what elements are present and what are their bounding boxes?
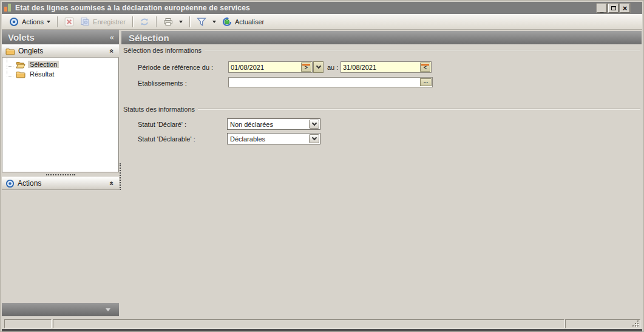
date-to-field[interactable]: < — [341, 61, 432, 73]
tree-connector — [7, 58, 13, 67]
onglets-group-header[interactable]: Onglets « — [2, 44, 119, 58]
actualiser-button[interactable]: Actualiser — [219, 16, 267, 28]
save-icon — [80, 17, 90, 27]
sidebar-filler — [2, 190, 119, 303]
refresh-icon — [140, 17, 149, 27]
splitter-dots — [46, 174, 75, 175]
filter-options-button[interactable] — [209, 19, 219, 24]
date-from-dropdown-button[interactable] — [313, 61, 324, 73]
date-from-input[interactable] — [229, 64, 301, 71]
group-statuts-label: Statuts des informations — [123, 106, 198, 113]
sidebar-title: Volets — [8, 32, 35, 42]
collapse-group-icon[interactable]: « — [108, 49, 117, 53]
application-window: Etat des lignes soumises à la déclaratio… — [0, 0, 644, 332]
combo-arrow-button[interactable] — [309, 134, 319, 143]
title-bar: Etat des lignes soumises à la déclaratio… — [2, 2, 642, 14]
status-panel-center — [53, 319, 564, 328]
main-panel: Sélection Sélection des informations Pér… — [121, 30, 642, 316]
actualiser-label: Actualiser — [235, 18, 264, 25]
date-to-input[interactable] — [341, 64, 420, 71]
etablissements-label: Etablissements : — [138, 80, 187, 87]
resize-grip[interactable] — [632, 320, 639, 327]
folder-icon — [5, 47, 15, 55]
folder-icon — [16, 70, 25, 78]
window-title: Etat des lignes soumises à la déclaratio… — [15, 4, 250, 12]
group-selection-label: Sélection des informations — [123, 47, 205, 54]
statut-declarable-select[interactable]: Déclarables — [227, 133, 320, 144]
date-from-next-button[interactable]: > — [301, 63, 311, 72]
chevron-down-icon — [179, 21, 183, 23]
close-icon: × — [623, 4, 628, 12]
bottom-edge — [2, 329, 642, 331]
chevron-down-icon — [106, 308, 110, 311]
maximize-icon — [611, 6, 616, 10]
main-panel-header: Sélection — [121, 31, 642, 44]
date-from-field[interactable]: > — [228, 61, 313, 73]
panel-splitter[interactable] — [120, 163, 121, 190]
statut-declarable-label: Statut 'Déclarable' : — [138, 135, 195, 143]
window-controls: _ × — [597, 4, 630, 13]
group-statuts-caption: Statuts des informations — [123, 105, 640, 113]
status-bar — [2, 319, 642, 329]
actions-group-header[interactable]: Actions « — [2, 177, 119, 190]
printer-icon — [163, 17, 173, 27]
group-line — [198, 109, 640, 110]
orange-bar — [302, 64, 310, 66]
etablissements-browse-button[interactable]: ... — [420, 78, 432, 86]
orange-bar — [421, 64, 429, 66]
combo-arrow-button[interactable] — [309, 120, 319, 129]
status-panel-left — [4, 319, 52, 328]
status-panel-right — [565, 319, 640, 328]
filter-icon — [197, 17, 206, 27]
statut-declare-value: Non déclarées — [228, 121, 309, 128]
sidebar-volets: Volets « Onglets « Sélection Résultat — [2, 30, 119, 316]
close-button[interactable]: × — [620, 4, 630, 13]
folder-open-icon — [16, 61, 25, 69]
toolbar-separator — [156, 16, 157, 27]
chevron-down-icon — [47, 21, 50, 23]
actions-menu-button[interactable]: Actions — [6, 16, 53, 28]
collapse-sidebar-button[interactable]: « — [110, 33, 114, 42]
toolbar: Actions Enregistrer Actualiser — [2, 14, 642, 30]
maximize-button[interactable] — [608, 4, 619, 13]
filter-button[interactable] — [194, 16, 209, 28]
print-button[interactable] — [160, 16, 176, 28]
tree-item-selection[interactable]: Sélection — [2, 59, 118, 69]
app-icon — [4, 4, 12, 12]
chevron-down-icon — [316, 64, 320, 69]
chevron-down-icon — [212, 21, 216, 23]
etablissements-input[interactable] — [229, 79, 432, 86]
toolbar-separator — [132, 16, 133, 27]
sidebar-horizontal-splitter[interactable] — [2, 172, 119, 177]
toolbar-separator — [189, 16, 190, 27]
tree-item-label: Résultat — [28, 70, 56, 78]
bullseye-icon — [9, 17, 19, 27]
delete-icon — [64, 17, 74, 27]
chevron-down-icon — [311, 121, 316, 126]
tree-item-resultat[interactable]: Résultat — [2, 69, 118, 79]
etablissements-field[interactable]: ... — [228, 77, 433, 87]
onglets-group-label: Onglets — [18, 47, 43, 55]
sidebar-header: Volets « — [2, 30, 119, 44]
print-options-button[interactable] — [176, 19, 186, 24]
refresh-button — [137, 16, 152, 28]
sidebar-bottom-bar[interactable] — [2, 303, 119, 316]
au-label: au : — [327, 64, 338, 71]
actualiser-icon — [222, 17, 232, 27]
save-button-label: Enregistrer — [93, 18, 126, 25]
collapse-group-icon[interactable]: « — [108, 181, 117, 186]
date-to-prev-button[interactable]: < — [420, 63, 430, 72]
main-panel-title: Sélection — [129, 33, 169, 43]
bullseye-icon — [5, 179, 15, 188]
minimize-button[interactable]: _ — [597, 4, 607, 13]
statut-declare-select[interactable]: Non déclarées — [227, 118, 320, 130]
app-icon-orange-bar — [4, 7, 7, 12]
onglets-tree: Sélection Résultat — [2, 58, 119, 172]
actions-group-label: Actions — [18, 179, 41, 188]
statut-declare-label: Statut 'Déclaré' : — [138, 121, 186, 128]
statut-declarable-value: Déclarables — [228, 135, 309, 143]
toolbar-separator — [57, 16, 58, 27]
tree-item-label: Sélection — [28, 61, 59, 68]
chevron-down-icon — [311, 135, 316, 140]
app-icon-green-bar — [8, 4, 11, 12]
